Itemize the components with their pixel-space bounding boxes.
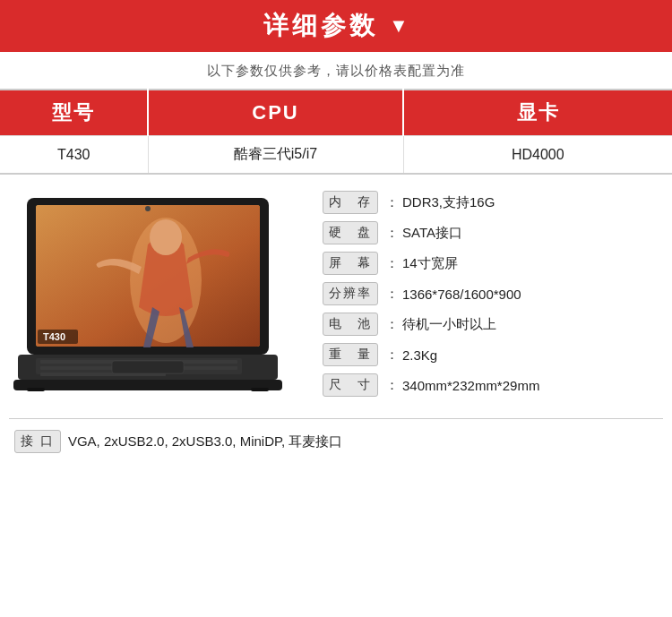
spec-list: 内 存：DDR3,支持16G硬 盘：SATA接口屏 幕：14寸宽屏分辨率：136… bbox=[314, 191, 663, 404]
spec-value-6: 340mm*232mm*29mm bbox=[402, 378, 539, 393]
cell-gpu: HD4000 bbox=[403, 136, 672, 175]
spec-item-3: 分辨率：1366*768/1600*900 bbox=[323, 282, 663, 305]
svg-rect-15 bbox=[27, 388, 45, 391]
interface-label: 接 口 bbox=[14, 430, 61, 453]
header-bar: 详细参数 ▼ bbox=[0, 0, 672, 52]
spec-label-1: 硬 盘 bbox=[323, 221, 378, 244]
col-header-cpu: CPU bbox=[148, 90, 403, 136]
spec-label-5: 重 量 bbox=[323, 343, 378, 366]
col-header-model: 型号 bbox=[0, 90, 148, 136]
spec-item-6: 尺 寸：340mm*232mm*29mm bbox=[323, 373, 663, 397]
spec-value-5: 2.3Kg bbox=[402, 347, 437, 363]
svg-text:T430: T430 bbox=[43, 331, 65, 342]
spec-item-2: 屏 幕：14寸宽屏 bbox=[323, 252, 663, 275]
svg-point-5 bbox=[150, 219, 182, 255]
spec-value-4: 待机一小时以上 bbox=[402, 316, 496, 333]
spec-item-5: 重 量：2.3Kg bbox=[323, 343, 663, 366]
spec-value-3: 1366*768/1600*900 bbox=[402, 287, 521, 302]
spec-value-0: DDR3,支持16G bbox=[402, 194, 495, 211]
arrow-icon: ▼ bbox=[389, 14, 409, 38]
spec-label-4: 电 池 bbox=[323, 313, 378, 336]
spec-item-0: 内 存：DDR3,支持16G bbox=[323, 191, 663, 214]
interface-value: VGA, 2xUSB2.0, 2xUSB3.0, MiniDP, 耳麦接口 bbox=[68, 433, 343, 450]
spec-label-0: 内 存 bbox=[323, 191, 378, 214]
svg-rect-16 bbox=[251, 388, 269, 391]
spec-table: 型号 CPU 显卡 T430 酷睿三代i5/i7 HD4000 bbox=[0, 89, 672, 175]
spec-value-2: 14寸宽屏 bbox=[402, 255, 458, 272]
col-header-gpu: 显卡 bbox=[403, 90, 672, 136]
interface-row: 接 口 VGA, 2xUSB2.0, 2xUSB3.0, MiniDP, 耳麦接… bbox=[9, 418, 663, 464]
cell-model: T430 bbox=[0, 136, 148, 175]
spec-item-4: 电 池：待机一小时以上 bbox=[323, 313, 663, 336]
content-row: T430 内 存：DDR3,支持16G硬 盘：SATA接口屏 幕：14寸宽屏分辨… bbox=[0, 175, 672, 413]
spec-label-2: 屏 幕 bbox=[323, 252, 378, 275]
cell-cpu: 酷睿三代i5/i7 bbox=[148, 136, 403, 175]
laptop-image-wrap: T430 bbox=[9, 191, 314, 400]
spec-item-1: 硬 盘：SATA接口 bbox=[323, 221, 663, 244]
laptop-svg: T430 bbox=[9, 191, 287, 397]
spec-value-1: SATA接口 bbox=[402, 225, 462, 242]
svg-rect-14 bbox=[13, 380, 282, 390]
spec-label-3: 分辨率 bbox=[323, 282, 378, 305]
subtitle: 以下参数仅供参考，请以价格表配置为准 bbox=[0, 52, 672, 89]
page-title: 详细参数 bbox=[263, 9, 378, 43]
svg-point-8 bbox=[145, 206, 151, 211]
spec-label-6: 尺 寸 bbox=[323, 373, 378, 397]
svg-rect-17 bbox=[112, 361, 184, 373]
